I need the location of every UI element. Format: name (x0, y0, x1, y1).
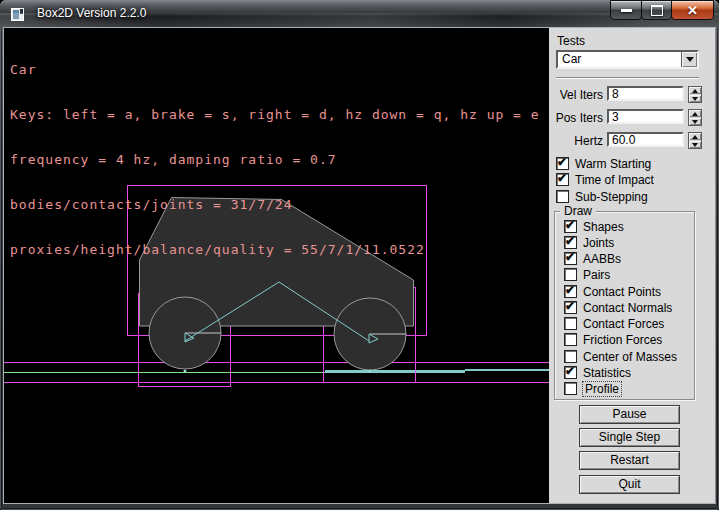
stats-proxies-text: proxies/height/balance/quality = 55/7/1/… (10, 242, 540, 257)
spinner-up-icon (692, 89, 698, 93)
spinner-up-icon (692, 112, 698, 116)
vel-iters-row: Vel Iters (549, 86, 709, 103)
checkbox-label: Center of Masses (583, 350, 677, 364)
check-icon: ✔ (565, 218, 575, 232)
restart-button[interactable]: Restart (579, 451, 680, 470)
separator (556, 77, 699, 79)
checkbox-warm-starting[interactable]: ✔ Warm Starting (556, 157, 651, 170)
checkbox-aabbs[interactable]: ✔ AABBs (564, 252, 621, 265)
window-controls: ✕ (611, 0, 714, 20)
check-icon: ✔ (565, 299, 575, 313)
checkbox-time-of-impact[interactable]: ✔ Time of Impact (556, 173, 654, 186)
spinner-up-button[interactable] (689, 110, 701, 117)
spinner-down-icon (692, 143, 698, 147)
maximize-button[interactable] (641, 0, 672, 20)
client-area: Car Keys: left = a, brake = s, right = d… (4, 28, 715, 503)
app-window: Box2D Version 2.2.0 ✕ (0, 0, 719, 510)
spinner-down-button[interactable] (689, 118, 701, 125)
checkbox-contact-forces[interactable]: ✔ Contact Forces (564, 317, 664, 330)
checkbox-profile[interactable]: ✔ Profile (564, 382, 621, 395)
tests-dropdown[interactable]: Car (556, 50, 699, 69)
check-icon: ✔ (557, 155, 567, 169)
checkbox-contact-points[interactable]: ✔ Contact Points (564, 285, 661, 298)
dropdown-arrow-button[interactable] (681, 52, 697, 67)
checkbox-label: Contact Forces (583, 317, 664, 331)
checkbox-statistics[interactable]: ✔ Statistics (564, 366, 631, 379)
title-bar[interactable]: Box2D Version 2.2.0 ✕ (0, 0, 719, 28)
debug-text-overlay: Car Keys: left = a, brake = s, right = d… (10, 32, 540, 287)
checkbox-label: Time of Impact (575, 173, 654, 187)
checkbox-box: ✔ (564, 236, 577, 249)
minimize-button[interactable] (610, 0, 642, 20)
checkbox-center-of-masses[interactable]: ✔ Center of Masses (564, 350, 677, 363)
tests-dropdown-value: Car (562, 52, 581, 67)
checkbox-label: Sub-Stepping (575, 190, 648, 204)
checkbox-shapes[interactable]: ✔ Shapes (564, 220, 624, 233)
checkbox-box: ✔ (556, 157, 569, 170)
check-icon: ✔ (557, 171, 567, 185)
pos-iters-label: Pos Iters (549, 111, 603, 125)
checkbox-box: ✔ (564, 285, 577, 298)
simulation-canvas[interactable]: Car Keys: left = a, brake = s, right = d… (4, 28, 549, 503)
pos-iters-row: Pos Iters (549, 109, 709, 126)
checkbox-label: Contact Points (583, 285, 661, 299)
spinner-down-icon (692, 97, 698, 101)
check-icon: ✔ (565, 283, 575, 297)
checkbox-contact-normals[interactable]: ✔ Contact Normals (564, 301, 672, 314)
checkbox-box: ✔ (564, 268, 577, 281)
checkbox-box: ✔ (564, 301, 577, 314)
pause-button[interactable]: Pause (579, 405, 680, 424)
close-button[interactable]: ✕ (671, 0, 714, 20)
check-icon: ✔ (565, 234, 575, 248)
app-icon (11, 8, 24, 21)
hertz-input[interactable] (607, 132, 684, 147)
checkbox-box: ✔ (564, 350, 577, 363)
pos-iters-spinner (688, 109, 702, 126)
hertz-label: Hertz (549, 134, 603, 148)
keys-help-text: Keys: left = a, brake = s, right = d, hz… (10, 107, 540, 122)
vel-iters-input[interactable] (607, 86, 684, 101)
spinner-up-button[interactable] (689, 87, 701, 94)
draw-group-legend: Draw (560, 204, 596, 218)
spinner-down-icon (692, 120, 698, 124)
checkbox-label: Profile (583, 382, 621, 396)
hertz-spinner (688, 132, 702, 149)
check-icon: ✔ (565, 364, 575, 378)
checkbox-label: Joints (583, 236, 614, 250)
hertz-row: Hertz (549, 132, 709, 149)
stats-bodies-text: bodies/contacts/joints = 31/7/24 (10, 197, 540, 212)
single-step-button[interactable]: Single Step (579, 428, 680, 447)
minimize-icon (621, 9, 632, 12)
checkbox-joints[interactable]: ✔ Joints (564, 236, 614, 249)
checkbox-label: AABBs (583, 252, 621, 266)
checkbox-box: ✔ (564, 252, 577, 265)
checkbox-box: ✔ (564, 366, 577, 379)
spinner-up-icon (692, 135, 698, 139)
check-icon: ✔ (565, 250, 575, 264)
spinner-down-button[interactable] (689, 141, 701, 148)
maximize-icon (651, 5, 663, 16)
vel-iters-label: Vel Iters (549, 88, 603, 102)
control-panel: Tests Car Vel Iters Pos Iters (549, 28, 716, 503)
frequency-text: frequency = 4 hz, damping ratio = 0.7 (10, 152, 540, 167)
checkbox-friction-forces[interactable]: ✔ Friction Forces (564, 333, 662, 346)
chevron-down-icon (686, 57, 694, 62)
checkbox-label: Pairs (583, 268, 610, 282)
checkbox-box: ✔ (556, 190, 569, 203)
checkbox-label: Friction Forces (583, 333, 662, 347)
close-icon: ✕ (687, 4, 698, 17)
right-contact-point (369, 370, 372, 373)
checkbox-box: ✔ (564, 382, 577, 395)
checkbox-box: ✔ (556, 173, 569, 186)
checkbox-label: Shapes (583, 220, 624, 234)
quit-button[interactable]: Quit (579, 475, 680, 494)
checkbox-pairs[interactable]: ✔ Pairs (564, 268, 610, 281)
checkbox-sub-stepping[interactable]: ✔ Sub-Stepping (556, 190, 648, 203)
checkbox-box: ✔ (564, 317, 577, 330)
spinner-down-button[interactable] (689, 95, 701, 102)
test-name-text: Car (10, 62, 540, 77)
spinner-up-button[interactable] (689, 133, 701, 140)
checkbox-label: Warm Starting (575, 157, 651, 171)
pos-iters-input[interactable] (607, 109, 684, 124)
checkbox-label: Statistics (583, 366, 631, 380)
